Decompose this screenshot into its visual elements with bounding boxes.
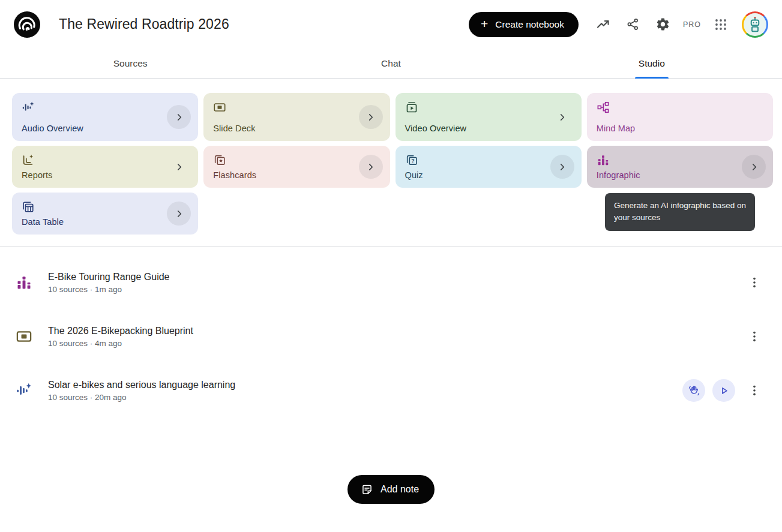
studio-card-slide-deck[interactable]: Slide Deck <box>203 93 389 141</box>
reports-icon <box>22 154 35 167</box>
card-label: Video Overview <box>405 124 572 133</box>
studio-panel: Audio Overview Slide Deck <box>0 79 782 247</box>
infographic-artifact-icon <box>16 274 32 291</box>
card-label: Audio Overview <box>22 124 188 133</box>
card-label: Infographic <box>597 170 763 180</box>
chevron-right-icon[interactable] <box>550 105 574 129</box>
card-label: Quiz <box>405 170 572 180</box>
tab-studio-label: Studio <box>639 58 665 69</box>
studio-card-quiz[interactable]: ? Quiz <box>396 146 582 188</box>
artifact-row-infographic[interactable]: E-Bike Touring Range Guide 10 sources · … <box>16 256 766 309</box>
card-label: Flashcards <box>213 170 380 180</box>
studio-card-video-overview[interactable]: Video Overview <box>396 93 582 141</box>
artifact-row-audio-overview[interactable]: Solar e-bikes and serious language learn… <box>16 363 766 417</box>
more-options-icon[interactable] <box>742 378 766 402</box>
more-options-icon[interactable] <box>742 324 766 348</box>
studio-card-audio-overview[interactable]: Audio Overview <box>12 93 198 141</box>
card-label: Reports <box>22 170 188 180</box>
add-note-label: Add note <box>380 484 419 495</box>
card-label: Data Table <box>22 217 188 227</box>
apps-grid-icon[interactable] <box>708 12 733 37</box>
tab-studio[interactable]: Studio <box>522 49 782 78</box>
create-notebook-button[interactable]: + Create notebook <box>469 12 579 37</box>
tab-sources[interactable]: Sources <box>0 49 260 78</box>
chevron-right-icon[interactable] <box>550 155 574 179</box>
add-note-button[interactable]: Add note <box>347 475 435 504</box>
studio-card-infographic[interactable]: Infographic <box>587 146 773 188</box>
studio-artifact-list: E-Bike Touring Range Guide 10 sources · … <box>0 247 782 417</box>
notebook-title[interactable]: The Rewired Roadtrip 2026 <box>59 16 229 32</box>
chevron-right-icon[interactable] <box>167 105 191 129</box>
studio-card-data-table[interactable]: Data Table <box>12 193 198 235</box>
pro-badge: PRO <box>681 20 703 29</box>
artifact-title[interactable]: Solar e-bikes and serious language learn… <box>48 380 235 390</box>
app-header: The Rewired Roadtrip 2026 + Create noteb… <box>0 0 782 49</box>
account-avatar[interactable] <box>742 11 768 38</box>
more-options-icon[interactable] <box>742 270 766 294</box>
card-label: Slide Deck <box>213 124 380 133</box>
tab-sources-label: Sources <box>113 58 148 69</box>
studio-card-flashcards[interactable]: Flashcards <box>203 146 389 188</box>
svg-text:?: ? <box>411 158 414 164</box>
video-overview-icon <box>405 101 418 114</box>
play-icon[interactable] <box>712 379 735 402</box>
artifact-row-slide-deck[interactable]: The 2026 E-Bikepacking Blueprint 10 sour… <box>16 309 766 363</box>
artifact-meta: 10 sources · 1m ago <box>48 285 170 294</box>
artifact-meta: 10 sources · 4m ago <box>48 339 193 348</box>
chevron-right-icon[interactable] <box>359 155 383 179</box>
audio-actions <box>682 379 735 402</box>
flashcards-icon <box>213 154 226 167</box>
chevron-right-icon[interactable] <box>167 202 191 226</box>
create-notebook-label: Create notebook <box>495 19 564 30</box>
infographic-tooltip: Generate an AI infographic based on your… <box>605 193 755 231</box>
avatar-robot-image <box>744 13 766 36</box>
artifact-text: The 2026 E-Bikepacking Blueprint 10 sour… <box>48 326 193 348</box>
header-actions: PRO <box>591 11 768 38</box>
infographic-icon <box>597 154 610 167</box>
note-icon <box>361 483 373 496</box>
tab-chat[interactable]: Chat <box>260 49 521 78</box>
interactive-mode-icon[interactable] <box>682 379 705 402</box>
plus-icon: + <box>481 17 488 30</box>
quiz-icon: ? <box>405 154 418 167</box>
audio-overview-icon <box>22 101 35 114</box>
mind-map-icon <box>597 101 610 114</box>
analytics-trending-icon[interactable] <box>591 12 616 37</box>
slide-deck-icon <box>213 101 226 114</box>
chevron-right-icon[interactable] <box>359 105 383 129</box>
studio-card-mind-map[interactable]: Mind Map <box>587 93 773 141</box>
notebooklm-logo-icon[interactable] <box>14 11 40 38</box>
audio-artifact-icon <box>16 382 32 399</box>
artifact-text: E-Bike Touring Range Guide 10 sources · … <box>48 272 170 294</box>
card-label: Mind Map <box>597 124 763 133</box>
artifact-title[interactable]: The 2026 E-Bikepacking Blueprint <box>48 326 193 336</box>
chevron-right-icon[interactable] <box>167 155 191 179</box>
tab-chat-label: Chat <box>381 58 401 69</box>
studio-card-reports[interactable]: Reports <box>12 146 198 188</box>
artifact-text: Solar e-bikes and serious language learn… <box>48 380 235 402</box>
settings-gear-icon[interactable] <box>651 12 676 37</box>
slide-deck-artifact-icon <box>16 328 32 345</box>
data-table-icon <box>22 200 35 214</box>
main-tabbar: Sources Chat Studio <box>0 49 782 79</box>
artifact-meta: 10 sources · 20m ago <box>48 393 235 402</box>
chevron-right-icon[interactable] <box>742 155 766 179</box>
share-icon[interactable] <box>621 12 646 37</box>
artifact-title[interactable]: E-Bike Touring Range Guide <box>48 272 170 282</box>
addnote-container: Add note <box>0 475 782 504</box>
